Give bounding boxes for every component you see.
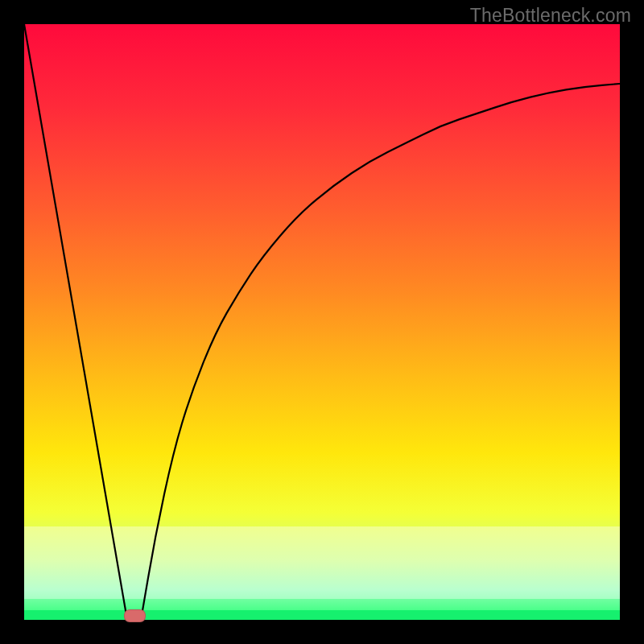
curve-svg (24, 24, 620, 620)
chart-stage: TheBottleneck.com (0, 0, 644, 644)
watermark-text: TheBottleneck.com (470, 5, 631, 27)
baseline-strip (24, 610, 620, 620)
curve-right-branch (141, 84, 620, 620)
plot-area (24, 24, 620, 620)
bottleneck-marker (124, 609, 146, 622)
highlight-band (24, 526, 620, 599)
curve-left-branch (24, 24, 127, 620)
